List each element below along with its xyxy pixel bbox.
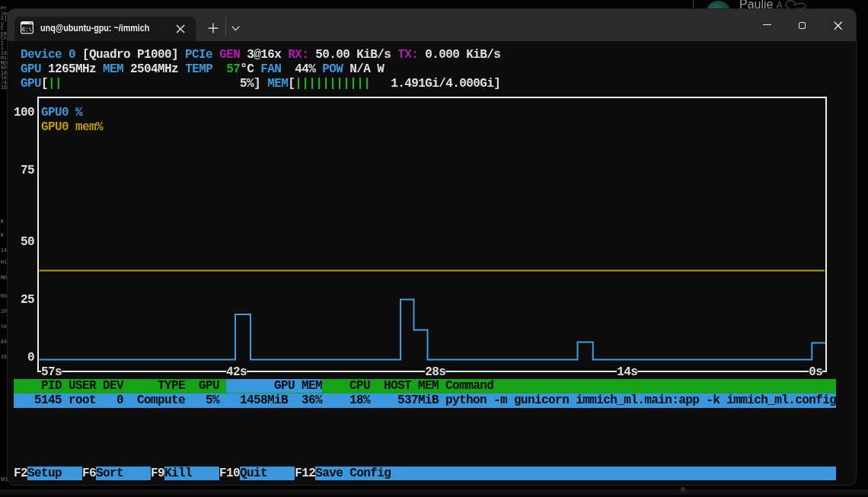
svg-text:C:\: C:\ (22, 27, 32, 33)
